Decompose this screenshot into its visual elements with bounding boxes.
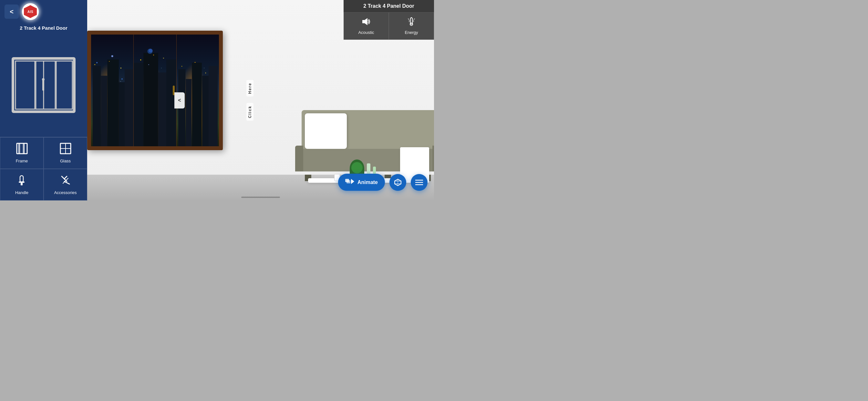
svg-marker-62 [351,179,354,184]
app-container: < AIS 2 Track 4 Panel Door [0,0,434,201]
menu-item-handle[interactable]: Handle [0,169,43,201]
svg-rect-30 [120,67,121,68]
panel-title: 2 Track 4 Panel Door [344,0,434,12]
svg-rect-61 [346,180,350,183]
sofa-arm-left [295,146,303,172]
svg-rect-39 [163,58,164,58]
sliding-door[interactable] [87,31,223,150]
sidebar-product-title: 2 Track 4 Panel Door [0,23,87,33]
sidebar-header: < AIS [0,0,87,23]
svg-rect-45 [209,66,218,146]
svg-line-57 [408,19,409,19]
svg-rect-22 [107,59,119,146]
svg-rect-40 [149,64,149,65]
sidebar: < AIS 2 Track 4 Panel Door [0,0,87,201]
svg-rect-20 [93,66,101,146]
door-panels [91,35,219,146]
svg-rect-43 [192,63,202,146]
glass-icon [60,143,71,156]
logo-inner: AIS [24,5,37,18]
svg-rect-7 [17,143,27,154]
svg-rect-37 [141,59,142,60]
svg-point-26 [112,55,113,57]
svg-rect-38 [153,55,154,56]
svg-rect-46 [182,66,182,66]
top-right-panel: 2 Track 4 Panel Door Acoustic [344,0,434,40]
bottom-actions: Animate [338,174,428,191]
frame-label: Frame [16,158,28,163]
collapse-arrow[interactable]: < [175,92,185,109]
svg-rect-44 [202,76,208,146]
logo: AIS [22,3,39,20]
menu-grid: Frame Glass [0,137,87,201]
svg-point-25 [96,62,97,63]
door-panel-2 [134,35,176,146]
svg-rect-33 [158,72,166,146]
svg-rect-2 [36,61,55,109]
animate-button[interactable]: Animate [338,174,385,191]
door-panel-3 [177,35,219,146]
energy-option[interactable]: Energy [389,12,434,40]
animate-icon [345,178,354,187]
svg-rect-8 [19,143,20,154]
animate-label: Animate [358,180,378,185]
click-text: Click [246,103,253,121]
glass-label: Glass [60,158,71,163]
sofa-cushion [305,113,347,149]
svg-line-17 [64,176,67,179]
svg-rect-49 [362,20,365,23]
svg-rect-42 [186,79,191,146]
main-content: Here Click < [87,0,434,201]
svg-rect-28 [94,64,95,65]
svg-rect-14 [19,181,25,183]
svg-rect-31 [134,63,144,146]
svg-rect-9 [23,143,24,154]
door-panel-1 [91,35,133,146]
acoustic-label: Acoustic [358,30,374,35]
door-frame-outer [87,31,223,150]
svg-rect-24 [125,69,133,146]
svg-point-6 [42,78,44,81]
door-preview-svg [11,57,76,113]
svg-rect-1 [16,61,35,109]
svg-rect-5 [42,80,44,91]
energy-icon [407,17,416,28]
menu-item-accessories[interactable]: Accessories [43,169,87,201]
svg-rect-47 [194,62,195,63]
menu-item-glass[interactable]: Glass [43,137,87,169]
panel-options: Acoustic [344,12,434,40]
svg-rect-3 [56,61,72,109]
here-click-strip: Here Click [245,32,254,168]
svg-rect-48 [206,72,206,73]
accessories-label: Accessories [54,190,76,195]
bottom-scroll-bar [241,197,280,198]
svg-rect-23 [119,82,125,146]
here-text: Here [246,80,253,96]
svg-rect-15 [21,183,23,185]
frame-icon [16,143,28,156]
svg-line-59 [414,19,414,19]
svg-marker-50 [365,18,368,25]
handle-icon [16,174,28,188]
plant-inner [351,162,363,174]
svg-rect-21 [101,76,107,146]
acoustic-option[interactable]: Acoustic [344,12,389,40]
back-button[interactable]: < [4,4,19,19]
svg-point-27 [121,79,123,80]
model-button[interactable] [390,174,406,191]
logo-text: AIS [27,10,33,13]
handle-label: Handle [15,190,28,195]
sofa-arm-right [432,146,434,172]
acoustic-icon [362,17,371,28]
menu-item-frame[interactable]: Frame [0,137,43,169]
door-preview [0,33,87,137]
svg-rect-29 [109,61,110,62]
energy-label: Energy [405,30,418,35]
menu-button[interactable] [411,174,428,191]
collapse-arrow-icon: < [178,97,181,103]
svg-rect-13 [20,176,23,182]
svg-rect-32 [144,53,158,146]
svg-point-36 [149,49,153,53]
accessories-icon [60,174,71,188]
